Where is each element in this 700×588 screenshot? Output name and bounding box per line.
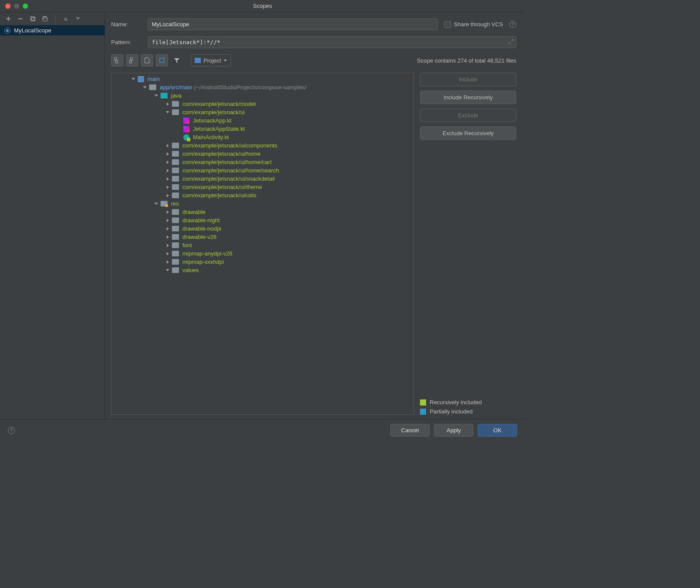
tree-row[interactable]: com/example/jetsnack/ui/snackdetail bbox=[112, 175, 413, 183]
tree-arrow-icon[interactable] bbox=[165, 260, 170, 264]
tree-arrow-icon[interactable] bbox=[165, 111, 170, 113]
tree-row[interactable]: com/example/jetsnack/ui/home bbox=[112, 150, 413, 158]
tree-arrow-icon[interactable] bbox=[165, 235, 170, 239]
tree-label: drawable bbox=[182, 209, 206, 215]
tree-label: res bbox=[171, 200, 179, 207]
tree-row[interactable]: com/example/jetsnack/ui bbox=[112, 108, 413, 116]
name-input[interactable] bbox=[148, 18, 438, 30]
tree-arrow-icon[interactable] bbox=[165, 169, 170, 172]
tree-row[interactable]: drawable bbox=[112, 208, 413, 216]
folder-icon bbox=[172, 217, 179, 223]
tree-row[interactable]: res bbox=[112, 200, 413, 208]
tree-arrow-icon[interactable] bbox=[165, 252, 170, 256]
tree-row[interactable]: font bbox=[112, 241, 413, 249]
close-window-icon[interactable] bbox=[5, 4, 10, 9]
ok-button[interactable]: OK bbox=[478, 424, 517, 437]
tree-row[interactable]: JetsnackApp.kt bbox=[112, 116, 413, 125]
tree-arrow-icon[interactable] bbox=[165, 227, 170, 231]
help-icon[interactable]: ? bbox=[509, 21, 516, 28]
folder-icon bbox=[172, 226, 179, 231]
remove-icon[interactable] bbox=[17, 15, 24, 23]
scope-list-sidebar: MyLocalScope bbox=[0, 12, 105, 419]
tree-label: main bbox=[147, 76, 160, 82]
tree-row[interactable]: mipmap-xxxhdpi bbox=[112, 258, 413, 266]
tree-row[interactable]: main bbox=[112, 75, 413, 83]
exclude-button[interactable]: Exclude bbox=[420, 108, 516, 122]
module-icon bbox=[138, 76, 144, 82]
tree-arrow-icon[interactable] bbox=[165, 194, 170, 197]
save-icon[interactable] bbox=[41, 15, 49, 23]
tree-row[interactable]: JetsnackAppState.kt bbox=[112, 125, 413, 133]
dialog-footer: ? Cancel Apply OK bbox=[0, 419, 525, 441]
show-files-icon[interactable] bbox=[141, 54, 153, 66]
filter-icon[interactable] bbox=[171, 54, 183, 66]
group-by-icon[interactable] bbox=[156, 54, 168, 66]
cancel-button[interactable]: Cancel bbox=[390, 424, 430, 437]
project-icon bbox=[195, 58, 201, 63]
legend-recursive-icon bbox=[420, 399, 426, 406]
svg-rect-2 bbox=[44, 17, 46, 18]
tree-arrow-icon[interactable] bbox=[165, 210, 170, 214]
tree-arrow-icon[interactable] bbox=[165, 244, 170, 247]
copy-icon[interactable] bbox=[29, 15, 37, 23]
scope-view-dropdown[interactable]: Project bbox=[191, 54, 231, 66]
include-button[interactable]: Include bbox=[420, 73, 516, 86]
action-column: Include Include Recursively Exclude Excl… bbox=[420, 73, 516, 415]
tree-row[interactable]: mipmap-anydpi-v26 bbox=[112, 249, 413, 258]
move-down-icon[interactable] bbox=[74, 15, 82, 23]
pattern-input[interactable] bbox=[148, 36, 516, 48]
tree-row[interactable]: values bbox=[112, 266, 413, 274]
tree-row[interactable]: drawable-night bbox=[112, 216, 413, 224]
tree-row[interactable]: app/src/main (~/AndroidStudioProjects/co… bbox=[112, 83, 413, 91]
tree-label: drawable-night bbox=[182, 217, 220, 224]
maximize-window-icon[interactable] bbox=[23, 4, 28, 9]
move-up-icon[interactable] bbox=[62, 15, 70, 23]
apply-button[interactable]: Apply bbox=[434, 424, 473, 437]
tree-row[interactable]: com/example/jetsnack/ui/theme bbox=[112, 183, 413, 191]
minimize-window-icon[interactable] bbox=[14, 4, 19, 9]
tree-arrow-icon[interactable] bbox=[165, 219, 170, 222]
tree-row[interactable]: com/example/jetsnack/model bbox=[112, 100, 413, 108]
collapse-all-icon[interactable] bbox=[126, 54, 138, 66]
footer-help-icon[interactable]: ? bbox=[8, 427, 15, 434]
tree-toolbar: Project Scope contains 274 of total 46,5… bbox=[111, 54, 516, 66]
scope-list-item[interactable]: MyLocalScope bbox=[0, 25, 105, 35]
file-tree[interactable]: mainapp/src/main (~/AndroidStudioProject… bbox=[111, 73, 414, 415]
tree-row[interactable]: drawable-v26 bbox=[112, 233, 413, 241]
tree-label: mipmap-xxxhdpi bbox=[182, 259, 224, 265]
tree-row[interactable]: com/example/jetsnack/ui/utils bbox=[112, 191, 413, 200]
tree-arrow-icon[interactable] bbox=[165, 186, 170, 189]
tree-row[interactable]: drawable-nodpi bbox=[112, 224, 413, 233]
expand-all-icon[interactable] bbox=[111, 54, 123, 66]
tree-label: font bbox=[182, 242, 192, 248]
tree-arrow-icon[interactable] bbox=[165, 102, 170, 106]
tree-arrow-icon[interactable] bbox=[142, 86, 147, 88]
add-icon[interactable] bbox=[4, 15, 12, 23]
tree-arrow-icon[interactable] bbox=[165, 161, 170, 164]
tree-label: app/src/main bbox=[160, 84, 192, 91]
share-vcs-checkbox[interactable]: Share through VCS bbox=[444, 21, 503, 28]
folder-icon bbox=[149, 84, 156, 90]
tree-arrow-icon[interactable] bbox=[165, 269, 170, 271]
expand-icon[interactable] bbox=[508, 39, 514, 46]
tree-arrow-icon[interactable] bbox=[165, 152, 170, 156]
tree-arrow-icon[interactable] bbox=[165, 144, 170, 147]
tree-label: MainActivity.kt bbox=[193, 134, 229, 140]
tree-arrow-icon[interactable] bbox=[154, 94, 159, 97]
tree-arrow-icon[interactable] bbox=[154, 203, 159, 205]
folder-icon bbox=[172, 209, 179, 215]
exclude-recursively-button[interactable]: Exclude Recursively bbox=[420, 126, 516, 140]
dropdown-label: Project bbox=[203, 57, 221, 64]
tree-arrow-icon[interactable] bbox=[131, 78, 136, 80]
tree-row[interactable]: com/example/jetsnack/ui/components bbox=[112, 141, 413, 150]
tree-label: com/example/jetsnack/ui bbox=[182, 109, 245, 116]
tree-row[interactable]: java bbox=[112, 91, 413, 100]
folder-icon bbox=[172, 234, 179, 240]
include-recursively-button[interactable]: Include Recursively bbox=[420, 91, 516, 104]
tree-row[interactable]: MainActivity.kt bbox=[112, 133, 413, 141]
tree-row[interactable]: com/example/jetsnack/ui/home/search bbox=[112, 166, 413, 175]
tree-row[interactable]: com/example/jetsnack/ui/home/cart bbox=[112, 158, 413, 166]
local-scope-icon bbox=[4, 28, 10, 34]
svg-rect-1 bbox=[32, 18, 35, 21]
tree-arrow-icon[interactable] bbox=[165, 177, 170, 181]
